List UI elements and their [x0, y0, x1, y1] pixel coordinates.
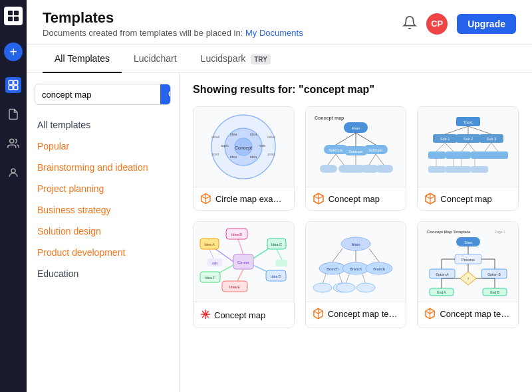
- template-name-3: Concept map: [440, 194, 491, 204]
- content-area: All templates Popular Brainstorming and …: [27, 73, 532, 392]
- sidebar-item-project[interactable]: Project planning: [27, 178, 179, 199]
- svg-line-114: [339, 274, 342, 284]
- template-thumb-4: Center Idea A Idea B Idea C: [194, 222, 294, 302]
- svg-text:point: point: [268, 152, 275, 156]
- sidebar-item-product[interactable]: Product development: [27, 242, 179, 263]
- svg-text:End A: End A: [437, 290, 446, 294]
- svg-line-117: [346, 274, 349, 284]
- svg-line-58: [445, 143, 454, 151]
- svg-rect-63: [454, 151, 471, 159]
- sidebar-item-solution[interactable]: Solution design: [27, 221, 179, 242]
- svg-text:?: ?: [467, 277, 469, 281]
- sidebar-item-brainstorming[interactable]: Brainstorming and ideation: [27, 157, 179, 178]
- template-card-circle-map[interactable]: Concept idea idea topic note idea idea d…: [193, 106, 295, 211]
- my-documents-link[interactable]: My Documents: [245, 28, 303, 38]
- template-thumb-6: Concept Map Template Page 1 Start Proces…: [418, 222, 518, 302]
- svg-line-57: [436, 143, 445, 151]
- search-input[interactable]: [35, 85, 160, 104]
- svg-line-106: [369, 248, 379, 262]
- results-title: Showing results for: "concept map": [193, 84, 519, 96]
- svg-line-42: [369, 154, 376, 165]
- svg-text:detail: detail: [211, 135, 219, 139]
- template-name-4: Concept map: [214, 310, 265, 320]
- svg-line-118: [362, 274, 366, 284]
- sidebar-item-education[interactable]: Education: [27, 263, 179, 284]
- svg-rect-45: [376, 165, 393, 173]
- lucidchart-icon-3: [424, 193, 436, 205]
- sidebar-item-business[interactable]: Business strategy: [27, 199, 179, 221]
- svg-rect-3: [14, 17, 19, 21]
- template-card-concept-map-5[interactable]: Main Branch Branch Branch: [305, 221, 407, 328]
- sidebar-item-popular[interactable]: Popular: [27, 136, 179, 157]
- svg-text:Option B: Option B: [487, 272, 501, 276]
- svg-text:note: note: [259, 144, 266, 147]
- template-card-concept-map-3[interactable]: Topic Sub 1 Sub 2 Sub 3: [417, 106, 519, 211]
- svg-rect-1: [14, 11, 19, 15]
- svg-text:detail: detail: [267, 135, 275, 139]
- tab-all-templates[interactable]: All Templates: [43, 45, 122, 73]
- svg-rect-5: [14, 80, 18, 84]
- svg-line-50: [468, 126, 491, 134]
- lucidchart-icon: [200, 193, 211, 205]
- svg-text:Idea D: Idea D: [271, 274, 281, 278]
- header-subtitle: Documents created from templates will be…: [43, 28, 303, 38]
- svg-text:idea: idea: [250, 132, 257, 136]
- template-card-concept-map-2[interactable]: Concept map Main Subtopic Subtopic: [305, 106, 407, 211]
- notification-bell-icon[interactable]: [402, 15, 417, 33]
- template-name-5: Concept map tem...: [328, 309, 400, 319]
- template-grid: Concept idea idea topic note idea idea d…: [193, 106, 519, 328]
- template-thumb-1: Concept idea idea topic note idea idea d…: [194, 107, 294, 187]
- template-footer-5: Concept map tem...: [306, 302, 406, 325]
- svg-text:topic: topic: [221, 144, 229, 147]
- svg-text:Main: Main: [351, 243, 360, 246]
- svg-text:point: point: [212, 152, 219, 156]
- nav-team-icon[interactable]: [5, 165, 21, 181]
- svg-text:Subtopic: Subtopic: [348, 149, 363, 153]
- svg-point-115: [313, 283, 332, 292]
- svg-text:Main: Main: [351, 126, 360, 130]
- svg-line-43: [376, 154, 384, 165]
- svg-text:Center: Center: [237, 260, 249, 264]
- results-panel: Showing results for: "concept map" Conce…: [180, 73, 532, 392]
- svg-text:Sub 1: Sub 1: [440, 137, 449, 141]
- template-name-6: Concept map tem...: [440, 309, 511, 319]
- svg-point-120: [356, 283, 375, 292]
- svg-rect-6: [9, 86, 13, 90]
- user-avatar[interactable]: CP: [426, 13, 448, 35]
- template-card-concept-map-6[interactable]: Concept Map Template Page 1 Start Proces…: [417, 221, 519, 328]
- tab-lucidspark[interactable]: Lucidspark TRY: [189, 45, 283, 73]
- lucidchart-icon-2: [313, 193, 325, 205]
- svg-text:Concept Map Template: Concept Map Template: [427, 230, 471, 234]
- svg-rect-59: [428, 151, 446, 159]
- asterisk-icon: ✳: [200, 308, 210, 322]
- template-footer-6: Concept map tem...: [418, 302, 518, 325]
- svg-rect-101: [275, 260, 287, 266]
- template-footer-2: Concept map: [306, 187, 406, 210]
- template-card-concept-map-4[interactable]: Center Idea A Idea B Idea C: [193, 221, 295, 328]
- svg-rect-38: [320, 165, 337, 173]
- svg-line-100: [277, 249, 282, 260]
- header-left: Templates Documents created from templat…: [43, 9, 303, 38]
- template-footer-3: Concept map: [418, 187, 518, 210]
- new-document-button[interactable]: +: [4, 43, 23, 61]
- svg-text:Concept map: Concept map: [315, 116, 344, 121]
- sidebar-item-all[interactable]: All templates: [27, 114, 179, 136]
- app-logo[interactable]: [4, 7, 23, 25]
- svg-text:idea: idea: [230, 132, 237, 136]
- upgrade-button[interactable]: Upgrade: [457, 14, 516, 34]
- search-box: [35, 84, 171, 105]
- svg-text:Topic: Topic: [464, 120, 473, 124]
- tab-lucidchart[interactable]: Lucidchart: [122, 45, 189, 73]
- try-badge: TRY: [251, 54, 271, 64]
- nav-templates-icon[interactable]: [5, 77, 21, 93]
- svg-text:idea: idea: [250, 155, 257, 159]
- search-button[interactable]: [160, 84, 171, 104]
- main-panel: Templates Documents created from templat…: [27, 0, 532, 392]
- nav-shared-icon[interactable]: [5, 136, 21, 151]
- template-footer-4: ✳ Concept map: [194, 302, 294, 328]
- template-name-2: Concept map: [329, 194, 380, 204]
- nav-documents-icon[interactable]: [5, 106, 21, 122]
- svg-line-48: [445, 126, 468, 134]
- svg-text:Branch: Branch: [350, 267, 361, 271]
- svg-text:Sub 2: Sub 2: [463, 137, 472, 141]
